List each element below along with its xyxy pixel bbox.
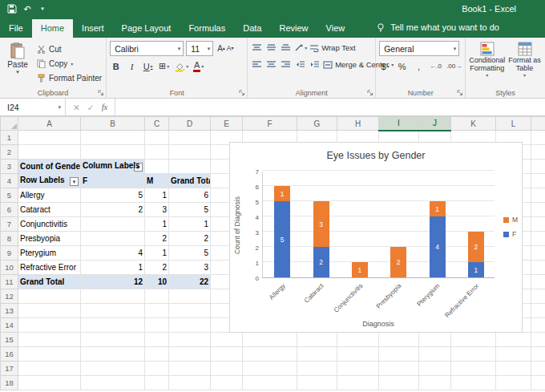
- tab-home[interactable]: Home: [32, 19, 73, 38]
- cell-H17[interactable]: [337, 362, 379, 376]
- row-header-17[interactable]: 17: [1, 362, 18, 376]
- font-color-button[interactable]: A▾: [192, 59, 204, 73]
- cell-A5[interactable]: Allergy: [18, 188, 81, 203]
- cell-B8[interactable]: [81, 232, 145, 246]
- row-header-18[interactable]: 18: [1, 376, 18, 390]
- cell-I15[interactable]: [379, 333, 419, 347]
- row-header-4[interactable]: 4: [1, 174, 18, 188]
- cell-D12[interactable]: [169, 289, 211, 304]
- cell-C5[interactable]: 1: [145, 188, 169, 203]
- bar-segment-M-cataract[interactable]: 3: [313, 201, 329, 247]
- cell-B5[interactable]: 5: [81, 188, 145, 203]
- cell-A17[interactable]: [18, 362, 81, 376]
- cell-E16[interactable]: [211, 347, 243, 362]
- italic-button[interactable]: I: [126, 59, 138, 73]
- cell-partial[interactable]: [531, 203, 545, 217]
- increase-decimal-button[interactable]: ←.0: [430, 59, 442, 73]
- row-header-14[interactable]: 14: [1, 318, 18, 333]
- row-header-2[interactable]: 2: [1, 145, 18, 160]
- cell-C16[interactable]: [145, 347, 169, 362]
- cell-B9[interactable]: 4: [81, 246, 145, 261]
- middle-align-button[interactable]: [265, 41, 277, 55]
- chart[interactable]: Eye Issues by Gender Count of Diagnosis …: [229, 142, 523, 333]
- font-size-combo[interactable]: 11 ▾: [186, 41, 213, 56]
- cell-C1[interactable]: [145, 131, 169, 145]
- cell-B18[interactable]: [81, 376, 145, 390]
- cell-A3[interactable]: Count of Gender: [18, 160, 81, 174]
- cell-A2[interactable]: [18, 145, 81, 160]
- row-header-11[interactable]: 11: [1, 275, 18, 289]
- bottom-align-button[interactable]: [280, 41, 292, 55]
- cell-B17[interactable]: [81, 362, 145, 376]
- cell-C17[interactable]: [145, 362, 169, 376]
- align-center-button[interactable]: [265, 58, 277, 71]
- orientation-button[interactable]: ▾: [294, 41, 307, 55]
- cell-G15[interactable]: [297, 333, 337, 347]
- column-header-G[interactable]: G: [297, 117, 337, 131]
- clipboard-dialog-launcher[interactable]: [98, 90, 104, 96]
- accounting-format-button[interactable]: $▾: [379, 59, 391, 73]
- row-header-16[interactable]: 16: [1, 347, 18, 362]
- cell-K16[interactable]: [451, 347, 496, 362]
- formula-input[interactable]: [115, 99, 545, 115]
- cell-C14[interactable]: [145, 318, 169, 333]
- cell-B13[interactable]: [81, 304, 145, 318]
- cell-A7[interactable]: Conjunctivitis: [18, 217, 81, 232]
- undo-button[interactable]: ↶: [21, 2, 34, 15]
- cell-E17[interactable]: [211, 362, 243, 376]
- cell-B12[interactable]: [81, 289, 145, 304]
- tellme-box[interactable]: Tell me what you want to do: [376, 22, 499, 38]
- cell-D8[interactable]: 2: [169, 232, 211, 246]
- cell-D18[interactable]: [169, 376, 211, 390]
- cell-F16[interactable]: [243, 347, 297, 362]
- cell-partial[interactable]: [531, 318, 545, 333]
- cell-partial[interactable]: [531, 376, 545, 390]
- cell-A8[interactable]: Presbyopia: [18, 232, 81, 246]
- column-header-K[interactable]: K: [451, 117, 496, 131]
- row-header-10[interactable]: 10: [1, 261, 18, 275]
- column-header-C[interactable]: C: [145, 117, 169, 131]
- column-header-H[interactable]: H: [337, 117, 379, 131]
- cell-A12[interactable]: [18, 289, 81, 304]
- column-header-B[interactable]: B: [81, 117, 145, 131]
- number-format-combo[interactable]: General ▾: [379, 41, 459, 56]
- cell-D9[interactable]: 5: [169, 246, 211, 261]
- decrease-indent-button[interactable]: [294, 58, 306, 71]
- cell-B14[interactable]: [81, 318, 145, 333]
- cell-partial[interactable]: [531, 217, 545, 232]
- cell-partial[interactable]: [531, 261, 545, 275]
- tab-insert[interactable]: Insert: [73, 19, 113, 38]
- cell-D14[interactable]: [169, 318, 211, 333]
- cell-H16[interactable]: [337, 347, 379, 362]
- cell-G18[interactable]: [297, 376, 337, 390]
- column-header-D[interactable]: D: [169, 117, 211, 131]
- alignment-dialog-launcher[interactable]: [367, 90, 373, 96]
- cell-D16[interactable]: [169, 347, 211, 362]
- cell-D13[interactable]: [169, 304, 211, 318]
- decrease-decimal-button[interactable]: .00→: [446, 59, 462, 73]
- cell-partial[interactable]: [531, 362, 545, 376]
- increase-indent-button[interactable]: [309, 58, 321, 71]
- cell-E18[interactable]: [211, 376, 243, 390]
- cell-A14[interactable]: [18, 318, 81, 333]
- row-header-3[interactable]: 3: [1, 160, 18, 174]
- row-header-9[interactable]: 9: [1, 246, 18, 261]
- cell-C11[interactable]: 10: [145, 275, 169, 289]
- cell-K17[interactable]: [451, 362, 496, 376]
- cell-B10[interactable]: 1: [81, 261, 145, 275]
- name-box[interactable]: I24 ▾: [0, 99, 66, 115]
- tab-view[interactable]: View: [317, 19, 354, 38]
- cell-C6[interactable]: 3: [145, 203, 169, 217]
- column-header-E[interactable]: E: [211, 117, 243, 131]
- cut-button[interactable]: Cut: [35, 42, 103, 55]
- save-button[interactable]: [6, 2, 18, 15]
- cell-partial[interactable]: [531, 232, 545, 246]
- cell-A16[interactable]: [18, 347, 81, 362]
- row-header-7[interactable]: 7: [1, 217, 18, 232]
- row-header-6[interactable]: 6: [1, 203, 18, 217]
- cell-F18[interactable]: [243, 376, 297, 390]
- column-header-J[interactable]: J: [419, 117, 451, 131]
- cell-C3[interactable]: [145, 160, 169, 174]
- cell-F17[interactable]: [243, 362, 297, 376]
- borders-button[interactable]: ⊞▾: [158, 59, 170, 73]
